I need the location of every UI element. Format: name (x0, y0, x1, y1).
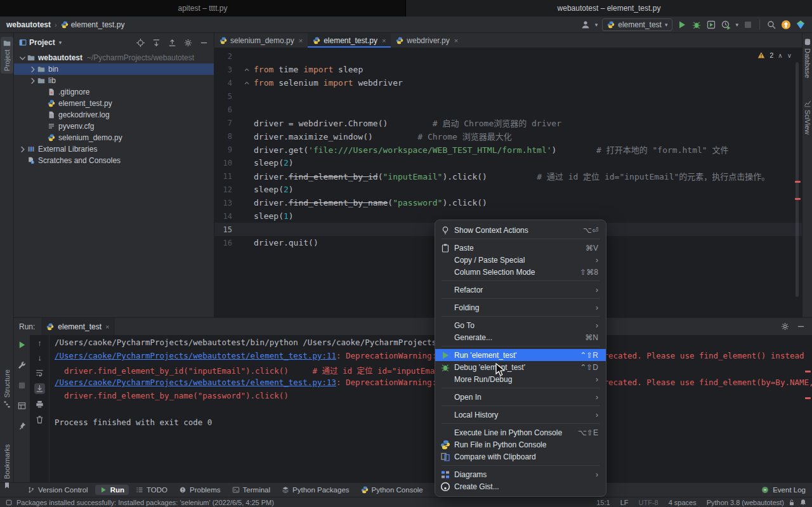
inspections-widget[interactable]: 2 ∧ ∨ (757, 51, 792, 59)
menu-item-open-in[interactable]: Open In› (435, 391, 606, 403)
prev-warning-icon[interactable]: ∧ (778, 52, 782, 59)
tree-item-external-libraries[interactable]: External Libraries (14, 143, 214, 155)
notifications-icon[interactable] (799, 499, 807, 506)
error-stripe-mark[interactable] (795, 198, 801, 200)
menu-item-folding[interactable]: Folding› (435, 301, 606, 313)
code-line-5[interactable]: 5 (214, 89, 802, 103)
code-line-9[interactable]: 9driver.get('file:///Users/workspace/WEB… (214, 143, 802, 156)
clear-all-icon[interactable] (35, 415, 44, 425)
menu-item-execute-line-in-python-console[interactable]: Execute Line in Python Console⌥⇧E (435, 426, 606, 438)
code-line-12[interactable]: 12sleep(2) (214, 183, 802, 196)
sidebar-tab-database[interactable]: Database (802, 38, 812, 78)
toolwindow-button-python-packages[interactable]: Python Packages (277, 485, 354, 495)
soft-wrap-icon[interactable] (35, 368, 44, 378)
menu-item-run-element-test[interactable]: Run 'element_test'⌃⇧R (435, 349, 606, 361)
sidebar-tab-bookmarks[interactable]: Bookmarks (0, 444, 14, 489)
gear-icon[interactable] (183, 38, 193, 48)
menu-item-show-context-actions[interactable]: Show Context Actions⌥⏎ (435, 224, 606, 236)
rerun-button[interactable] (17, 340, 27, 350)
toolwindow-button-terminal[interactable]: Terminal (228, 485, 275, 495)
menu-item-go-to[interactable]: Go To› (435, 319, 606, 331)
close-icon[interactable]: × (299, 37, 303, 44)
status-item-4-spaces[interactable]: 4 spaces (669, 499, 697, 506)
menu-item-copy-paste-special[interactable]: Copy / Paste Special› (435, 254, 606, 266)
update-icon[interactable] (781, 20, 791, 30)
next-warning-icon[interactable]: ∨ (787, 52, 792, 59)
toolwindow-button-python-console[interactable]: Python Console (357, 485, 428, 495)
status-item-15-1[interactable]: 15:1 (596, 499, 610, 506)
tree-item-element-test-py[interactable]: element_test.py (14, 98, 214, 109)
down-stack-trace-icon[interactable]: ↓ (37, 353, 42, 362)
tree-item-gitignore[interactable]: .gitignore (14, 86, 214, 98)
status-message[interactable]: Packages installed successfully: Install… (16, 499, 274, 506)
menu-item-run-file-in-python-console[interactable]: Run File in Python Console (435, 438, 606, 451)
coverage-button[interactable] (706, 20, 716, 30)
collapse-all-icon[interactable] (167, 38, 177, 48)
console-line-2[interactable]: /Users/caoke/PycharmProjects/webautotest… (55, 351, 812, 364)
hide-panel-icon[interactable] (199, 38, 209, 48)
sidebar-tab-project[interactable]: Project (1, 37, 13, 74)
editor-tab-selenium-demo-py[interactable]: selenium_demo.py× (214, 33, 308, 48)
menu-item-paste[interactable]: Paste⌘V (435, 242, 606, 254)
profiler-button[interactable] (721, 20, 731, 30)
error-stripe-mark[interactable] (795, 181, 801, 183)
code-line-11[interactable]: 11driver.find_element_by_id("inputEmail"… (214, 169, 802, 183)
tree-item-geckodriver-log[interactable]: geckodriver.log (14, 109, 214, 121)
code-line-2[interactable]: 2 (214, 49, 802, 63)
editor-tab-webdriver-py[interactable]: webdriver.py× (391, 33, 463, 48)
toolwindow-button-run[interactable]: Run (95, 485, 129, 495)
console-line-4[interactable]: /Users/caoke/PycharmProjects/webautotest… (55, 378, 812, 391)
settings-icon[interactable] (17, 360, 27, 370)
chevron-down-icon[interactable]: ▾ (59, 39, 62, 46)
toolwindow-button-problems[interactable]: Problems (174, 485, 225, 495)
toolwindow-button-version-control[interactable]: Version Control (23, 485, 93, 495)
editor-tab-element-test-py[interactable]: element_test.py× (308, 33, 391, 48)
status-item-python-3-8-webautotest[interactable]: Python 3.8 (webautotest) (707, 499, 784, 506)
up-stack-trace-icon[interactable]: ↑ (37, 339, 42, 348)
editor-scrollbar[interactable] (796, 62, 799, 297)
restore-layout-icon[interactable] (17, 401, 27, 411)
event-log-button[interactable]: Event Log (773, 486, 806, 494)
lock-icon[interactable] (788, 499, 796, 506)
status-item-lf[interactable]: LF (620, 499, 629, 506)
sidebar-tab-sciview[interactable]: SciView (802, 100, 812, 135)
ide-features-icon[interactable] (796, 20, 806, 30)
status-item-utf-8[interactable]: UTF-8 (639, 499, 658, 506)
close-icon[interactable]: × (382, 37, 386, 44)
breadcrumb-project[interactable]: webautotest (6, 20, 51, 29)
chevron-down-icon[interactable]: ▾ (735, 22, 738, 28)
project-panel-title[interactable]: Project (29, 38, 55, 47)
user-icon[interactable] (580, 20, 591, 30)
close-icon[interactable]: × (105, 323, 109, 331)
code-line-13[interactable]: 13driver.find_element_by_name("password"… (214, 196, 802, 209)
error-stripe-mark[interactable] (805, 397, 811, 399)
tree-item-selenium-demo-py[interactable]: selenium_demo.py (14, 132, 214, 143)
expand-all-icon[interactable] (152, 38, 161, 48)
gear-icon[interactable] (780, 322, 790, 331)
code-line-4[interactable]: 4from selenium import webdriver (214, 76, 802, 89)
run-console[interactable]: /Users/caoke/PycharmProjects/webautotest… (49, 335, 812, 482)
select-opened-file-icon[interactable] (136, 38, 145, 48)
menu-item-local-history[interactable]: Local History› (435, 409, 606, 421)
tool-window-toggle-icon[interactable] (5, 499, 13, 506)
menu-item-refactor[interactable]: Refactor› (435, 284, 606, 296)
menu-item-more-run-debug[interactable]: More Run/Debug› (435, 373, 606, 385)
code-line-6[interactable]: 6 (214, 103, 802, 116)
breadcrumb-file[interactable]: element_test.py (71, 20, 125, 29)
tree-item-scratches-and-consoles[interactable]: Scratches and Consoles (14, 155, 214, 166)
menu-item-column-selection-mode[interactable]: Column Selection Mode⇧⌘8 (435, 266, 606, 278)
tree-item-webautotest[interactable]: webautotest~/PycharmProjects/webautotest (14, 52, 214, 63)
pin-icon[interactable] (17, 421, 27, 431)
error-stripe-mark[interactable] (805, 371, 811, 372)
menu-item-debug-element-test[interactable]: Debug 'element_test'⌃⇧D (435, 361, 606, 373)
toolwindow-button-todo[interactable]: TODO (131, 485, 172, 495)
menu-item-generate[interactable]: Generate...⌘N (435, 331, 606, 343)
close-icon[interactable]: × (454, 37, 458, 44)
tree-item-bin[interactable]: bin (14, 63, 214, 75)
menu-item-create-gist[interactable]: Create Gist... (435, 480, 606, 492)
code-line-3[interactable]: 3from time import sleep (214, 63, 802, 76)
tree-item-lib[interactable]: lib (14, 75, 214, 86)
run-tab[interactable]: element_test × (41, 318, 114, 335)
scroll-to-end-icon[interactable] (34, 383, 45, 394)
sidebar-tab-structure[interactable]: Structure (0, 369, 14, 408)
